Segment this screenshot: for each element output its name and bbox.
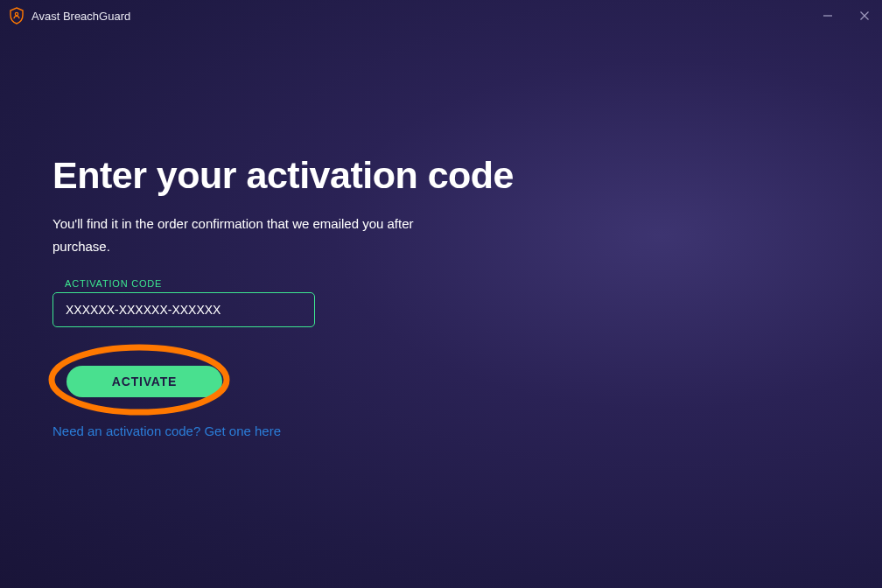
activation-code-input[interactable] <box>52 292 315 327</box>
app-logo-icon <box>9 7 24 24</box>
minimize-button[interactable] <box>819 7 836 24</box>
activation-field-label: ACTIVATION CODE <box>65 278 315 289</box>
activation-field: ACTIVATION CODE <box>52 278 315 327</box>
svg-point-0 <box>15 12 18 15</box>
titlebar: Avast BreachGuard <box>0 0 882 32</box>
need-code-link[interactable]: Need an activation code? Get one here <box>52 424 882 438</box>
app-title: Avast BreachGuard <box>32 10 130 23</box>
titlebar-left: Avast BreachGuard <box>9 7 130 24</box>
window-controls <box>819 7 873 24</box>
activate-button-wrap: ACTIVATE <box>52 366 236 397</box>
page-heading: Enter your activation code <box>52 154 882 197</box>
close-button[interactable] <box>856 7 873 24</box>
main-content: Enter your activation code You'll find i… <box>0 32 882 438</box>
activate-button[interactable]: ACTIVATE <box>66 366 222 397</box>
page-subtext: You'll find it in the order confirmation… <box>52 213 438 257</box>
